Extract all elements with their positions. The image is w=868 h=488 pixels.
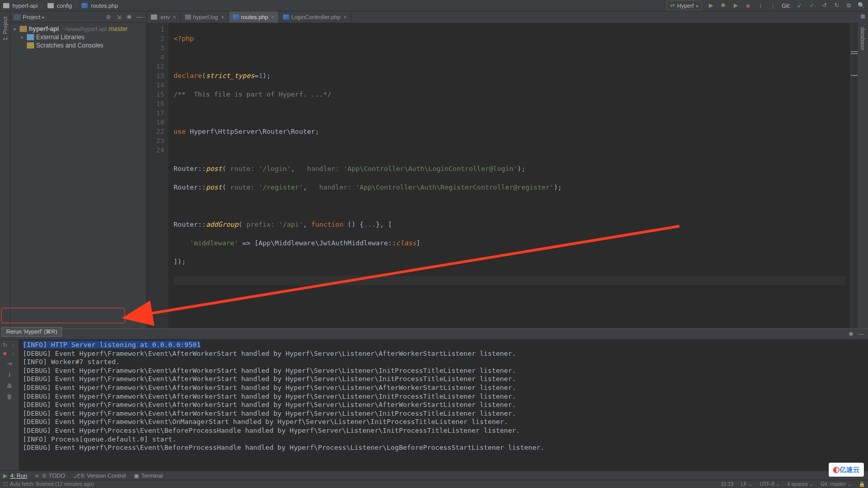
run-header[interactable]: Rerun 'Hyperf' (⌘R) ✱ —	[0, 328, 868, 340]
settings-icon[interactable]: ✱	[126, 13, 133, 21]
folder-icon	[48, 3, 54, 8]
project-header[interactable]: Project ⊕ ⇲ ✱ —	[10, 11, 146, 23]
scroll-icon[interactable]: ⤓	[6, 371, 13, 378]
encoding[interactable]: UTF-8 ⌄	[760, 481, 780, 487]
console-line: [DEBUG] Event Hyperf\Framework\Event\Aft…	[23, 392, 864, 401]
print-icon[interactable]: 🖶	[6, 382, 13, 389]
line-sep[interactable]: LF ⌄	[741, 481, 752, 487]
run-tool-window: Rerun 'Hyperf' (⌘R) ✱ — ↻ ↑ ■ ↓ ⇥ ⤓ 🖶 🗑 …	[0, 328, 868, 470]
status-msg-icon[interactable]: ☐	[3, 481, 8, 487]
project-label: Project	[23, 14, 40, 20]
crumb[interactable]: routes.php	[91, 3, 118, 9]
target-icon[interactable]: ⊕	[105, 13, 112, 21]
console-line: [DEBUG] Event Hyperf\Process\Event\Befor…	[23, 427, 864, 435]
run-icon[interactable]: ▶	[707, 2, 715, 9]
watermark: ◐亿速云	[829, 463, 864, 477]
indent[interactable]: 4 spaces ⌄	[787, 481, 814, 487]
module-icon	[20, 26, 27, 32]
update-icon[interactable]: ↙	[796, 2, 803, 9]
breadcrumb[interactable]: hyperf-api 〉 config 〉 routes.php	[3, 2, 118, 9]
tool-run[interactable]: ▶4: Run	[3, 473, 27, 479]
tab-env[interactable]: .env×	[147, 11, 181, 23]
console-line: [DEBUG] Event Hyperf\Framework\Event\Aft…	[23, 401, 864, 410]
library-icon	[27, 34, 34, 40]
tab-login[interactable]: LoginController.php×	[279, 11, 351, 23]
crumb[interactable]: config	[57, 3, 72, 9]
search-icon[interactable]: 🔍	[858, 2, 865, 9]
folder-icon	[3, 3, 9, 8]
hide-icon[interactable]: —	[136, 13, 143, 21]
scratches[interactable]: Scratches and Consoles	[36, 42, 103, 49]
close-icon[interactable]: ×	[344, 14, 347, 20]
debug-icon[interactable]: ✱	[720, 2, 727, 9]
caret-position[interactable]: 31:19	[721, 481, 734, 487]
navigation-bar: hyperf-api 〉 config 〉 routes.php ⇌ Hyper…	[0, 0, 868, 11]
status-message: Auto fetch: finished (12 minutes ago)	[10, 481, 94, 487]
root-name[interactable]: hyperf-api	[29, 25, 59, 33]
scratch-icon	[27, 42, 34, 49]
rerun-icon[interactable]: ↻	[2, 342, 8, 349]
console-line: [DEBUG] Event Hyperf\Framework\Event\OnM…	[23, 418, 864, 427]
branch-label: master	[109, 25, 128, 33]
tool-todo[interactable]: ≡6: TODO	[35, 473, 65, 479]
tab-log[interactable]: hyperf.log×	[181, 11, 229, 23]
marker[interactable]	[851, 51, 858, 52]
marker[interactable]	[851, 75, 858, 76]
console-line: [DEBUG] Event Hyperf\Framework\Event\Aft…	[23, 350, 864, 358]
wrap-icon[interactable]: ⇥	[6, 360, 13, 367]
run-config-selector[interactable]: ⇌ Hyperf	[667, 1, 702, 10]
run-toolbar: ↻ ↑ ■ ↓ ⇥ ⤓ 🖶 🗑	[0, 340, 19, 470]
bottom-tool-strip: ▶4: Run ≡6: TODO ⎇9: Version Control ▣Te…	[0, 470, 868, 480]
run-config-name: Hyperf	[677, 3, 693, 9]
console-output[interactable]: [INFO] HTTP Server listening at 0.0.0.0:…	[19, 340, 868, 470]
tooltip: Rerun 'Hyperf' (⌘R)	[2, 327, 62, 337]
tool-vcs[interactable]: ⎇9: Version Control	[73, 473, 126, 479]
tool-database[interactable]: database	[860, 24, 866, 53]
close-icon[interactable]: ×	[173, 14, 176, 20]
console-line: [INFO] Process[queue.default.0] start.	[23, 435, 864, 444]
stop-icon[interactable]: ■	[2, 350, 8, 356]
project-icon	[13, 14, 21, 20]
expand-icon[interactable]: ⇲	[115, 13, 122, 21]
tool-project[interactable]: 1: Project	[2, 13, 8, 43]
git-label: Git:	[782, 3, 791, 9]
console-line: [DEBUG] Event Hyperf\Process\Event\Befor…	[23, 444, 864, 452]
tool-terminal[interactable]: ▣Terminal	[134, 473, 163, 479]
git-branch[interactable]: Git: master ⌄	[820, 481, 851, 487]
editor-tabs: .env× hyperf.log× routes.php× LoginContr…	[147, 11, 858, 23]
console-line: [INFO] Worker#7 started.	[23, 358, 864, 367]
external-libs[interactable]: External Libraries	[36, 34, 84, 41]
tab-routes[interactable]: routes.php×	[229, 11, 279, 23]
lock-icon[interactable]: 🔒	[859, 481, 865, 487]
console-line: [DEBUG] Event Hyperf\Framework\Event\Aft…	[23, 367, 864, 375]
console-line: [DEBUG] Event Hyperf\Framework\Event\Aft…	[23, 375, 864, 384]
history-icon[interactable]: ↺	[820, 2, 828, 9]
crumb[interactable]: hyperf-api	[12, 3, 38, 9]
console-line: [INFO] HTTP Server listening at 0.0.0.0:…	[23, 341, 200, 349]
commit-icon[interactable]: ✓	[808, 2, 815, 9]
hide-icon[interactable]: —	[858, 330, 864, 338]
down-icon[interactable]: ↓	[10, 350, 17, 356]
close-icon[interactable]: ×	[221, 14, 224, 20]
status-bar: ☐ Auto fetch: finished (12 minutes ago) …	[0, 480, 868, 488]
stop-icon[interactable]: ■	[745, 2, 752, 9]
console-line: [DEBUG] Event Hyperf\Framework\Event\Aft…	[23, 410, 864, 418]
attach-icon[interactable]: ⫶	[757, 2, 764, 9]
coverage-icon[interactable]: ▶	[732, 2, 739, 9]
revert-icon[interactable]: ↻	[833, 2, 840, 9]
clear-icon[interactable]: 🗑	[6, 393, 13, 400]
console-line: [DEBUG] Event Hyperf\Framework\Event\Aft…	[23, 384, 864, 392]
php-file-icon	[82, 3, 88, 8]
settings-icon[interactable]: ✱	[848, 330, 854, 338]
marker[interactable]	[851, 53, 858, 54]
close-icon[interactable]: ×	[271, 14, 274, 20]
project-tree[interactable]: ▸ hyperf-api ~/www/hyperf-api master ▸ E…	[10, 23, 146, 52]
db-icon[interactable]	[861, 14, 865, 19]
up-icon[interactable]: ↑	[10, 342, 17, 349]
diff-icon[interactable]: ⧉	[845, 2, 853, 9]
